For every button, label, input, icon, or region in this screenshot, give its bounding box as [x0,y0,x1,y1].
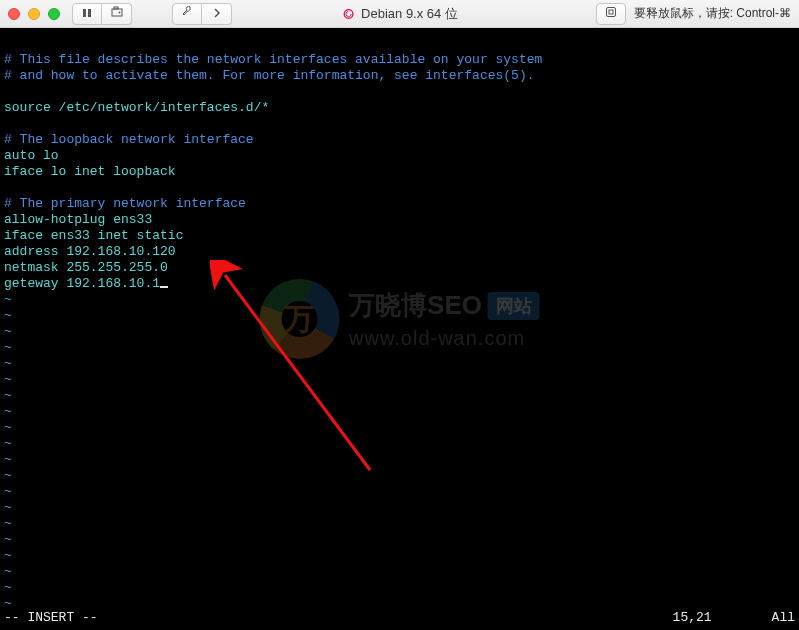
vim-tilde: ~ [4,292,12,307]
comment-line: # and how to activate them. For more inf… [4,68,535,83]
config-line: address 192.168.10.120 [4,244,176,259]
traffic-lights [8,8,60,20]
pause-icon [82,7,92,21]
scroll-indicator: All [772,610,795,626]
vim-tilde: ~ [4,564,12,579]
config-line: iface ens33 inet static [4,228,183,243]
expand-icon [605,6,617,21]
pause-button[interactable] [72,3,102,25]
config-line: iface lo inet loopback [4,164,176,179]
vim-tilde: ~ [4,372,12,387]
window-title: Debian 9.x 64 位 [341,5,458,23]
vim-tilde: ~ [4,596,12,611]
window-title-bar: Debian 9.x 64 位 要释放鼠标，请按: Control-⌘ [0,0,799,28]
chevron-right-icon [213,7,221,21]
vim-tilde: ~ [4,516,12,531]
cursor-position: 15,21 [673,610,712,626]
snapshot-icon [111,6,123,21]
terminal-editor[interactable]: # This file describes the network interf… [0,28,799,630]
config-line: netmask 255.255.255.0 [4,260,168,275]
comment-line: # This file describes the network interf… [4,52,542,67]
vim-mode: -- INSERT -- [4,610,98,626]
text-cursor [160,286,168,288]
config-line: allow-hotplug ens33 [4,212,152,227]
vim-status-bar: -- INSERT -- 15,21 All [4,610,795,626]
svg-point-4 [118,12,120,14]
vim-tilde: ~ [4,500,12,515]
svg-rect-1 [88,9,91,17]
minimize-icon[interactable] [28,8,40,20]
fullscreen-button[interactable] [596,3,626,25]
vim-tilde: ~ [4,324,12,339]
window-title-text: Debian 9.x 64 位 [361,5,458,23]
svg-rect-7 [609,10,613,14]
toolbar-group-left [72,3,132,25]
vim-tilde: ~ [4,452,12,467]
mouse-release-hint: 要释放鼠标，请按: Control-⌘ [634,5,791,22]
vim-tilde: ~ [4,580,12,595]
comment-line: # The primary network interface [4,196,246,211]
svg-rect-0 [83,9,86,17]
vim-tilde: ~ [4,548,12,563]
config-line: geteway 192.168.10.1 [4,276,160,291]
title-bar-right: 要释放鼠标，请按: Control-⌘ [596,3,791,25]
vim-tilde: ~ [4,468,12,483]
settings-button[interactable] [172,3,202,25]
vim-tilde: ~ [4,340,12,355]
config-line: source /etc/network/interfaces.d/* [4,100,269,115]
close-icon[interactable] [8,8,20,20]
wrench-icon [181,6,193,21]
vim-tilde: ~ [4,404,12,419]
toolbar-group-right [172,3,232,25]
debian-icon [341,7,355,21]
vim-tilde: ~ [4,436,12,451]
svg-rect-6 [606,8,615,17]
vim-tilde: ~ [4,484,12,499]
vim-tilde: ~ [4,308,12,323]
zoom-icon[interactable] [48,8,60,20]
vim-tilde: ~ [4,356,12,371]
forward-button[interactable] [202,3,232,25]
config-line: auto lo [4,148,59,163]
vim-tilde: ~ [4,532,12,547]
vim-tilde: ~ [4,420,12,435]
vim-tilde: ~ [4,388,12,403]
comment-line: # The loopback network interface [4,132,254,147]
snapshot-button[interactable] [102,3,132,25]
svg-rect-3 [114,7,118,9]
